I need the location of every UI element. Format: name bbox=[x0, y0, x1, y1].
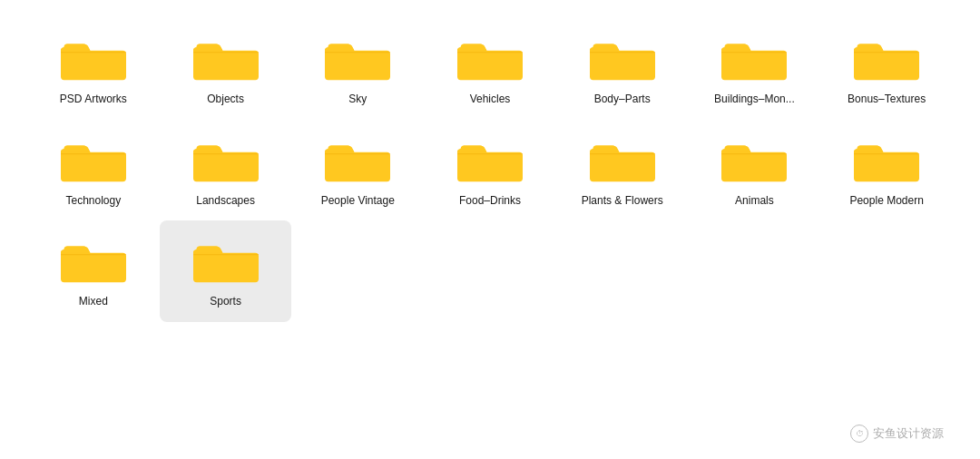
folder-item-vehicles[interactable]: Vehicles bbox=[424, 18, 556, 120]
folder-icon-mixed bbox=[61, 233, 126, 286]
folder-label-bonus-textures: Bonus–Textures bbox=[848, 93, 926, 107]
folder-label-people-vintage: People Vintage bbox=[321, 194, 395, 209]
watermark: ⏱ 安鱼设计资源 bbox=[850, 425, 944, 443]
folder-label-people-modern: People Modern bbox=[849, 194, 923, 209]
folder-item-people-modern[interactable]: People Modern bbox=[820, 120, 953, 221]
folder-item-food-drinks[interactable]: Food–Drinks bbox=[424, 120, 556, 221]
folder-item-technology[interactable]: Technology bbox=[27, 120, 160, 221]
folder-item-psd-artworks[interactable]: PSD Artworks bbox=[27, 18, 160, 120]
folder-item-sports[interactable]: Sports bbox=[160, 220, 292, 322]
watermark-text: 安鱼设计资源 bbox=[873, 425, 944, 442]
folder-item-sky[interactable]: Sky bbox=[291, 18, 424, 120]
folder-label-animals: Animals bbox=[735, 194, 774, 209]
folder-icon-food-drinks bbox=[457, 132, 523, 185]
folder-icon-body-parts bbox=[590, 31, 655, 83]
folder-item-plants-flowers[interactable]: Plants & Flowers bbox=[556, 120, 689, 221]
folder-item-animals[interactable]: Animals bbox=[689, 120, 821, 221]
folder-label-technology: Technology bbox=[65, 194, 121, 209]
folder-icon-vehicles bbox=[457, 31, 523, 83]
folder-item-landscapes[interactable]: Landscapes bbox=[160, 120, 292, 221]
folder-icon-technology bbox=[61, 132, 126, 185]
folder-label-sky: Sky bbox=[348, 93, 367, 107]
watermark-icon: ⏱ bbox=[850, 425, 868, 443]
folder-icon-people-modern bbox=[854, 132, 919, 185]
folder-icon-landscapes bbox=[193, 132, 259, 185]
folder-label-mixed: Mixed bbox=[79, 295, 108, 309]
folder-icon-buildings-mon bbox=[721, 31, 787, 83]
file-browser: PSD Artworks Objects Sky bbox=[0, 0, 980, 331]
folder-icon-sports bbox=[193, 233, 259, 286]
folder-label-buildings-mon: Buildings–Mon... bbox=[714, 93, 795, 107]
folder-label-vehicles: Vehicles bbox=[470, 93, 511, 107]
folder-icon-psd-artworks bbox=[61, 31, 126, 83]
folder-icon-bonus-textures bbox=[854, 31, 919, 83]
folder-label-sports: Sports bbox=[210, 295, 241, 309]
folder-label-landscapes: Landscapes bbox=[196, 194, 255, 209]
folder-label-objects: Objects bbox=[207, 93, 244, 107]
folder-icon-sky bbox=[325, 31, 390, 83]
folder-label-food-drinks: Food–Drinks bbox=[459, 194, 521, 209]
folder-item-people-vintage[interactable]: People Vintage bbox=[291, 120, 424, 221]
folder-icon-objects bbox=[193, 31, 259, 83]
folder-icon-people-vintage bbox=[325, 132, 390, 185]
folder-item-objects[interactable]: Objects bbox=[160, 18, 292, 120]
folder-icon-plants-flowers bbox=[590, 132, 655, 185]
folder-label-body-parts: Body–Parts bbox=[594, 93, 651, 107]
folder-label-psd-artworks: PSD Artworks bbox=[60, 93, 127, 107]
folder-label-plants-flowers: Plants & Flowers bbox=[582, 194, 663, 209]
folder-item-mixed[interactable]: Mixed bbox=[27, 220, 160, 322]
folders-grid: PSD Artworks Objects Sky bbox=[0, 0, 980, 331]
folder-item-body-parts[interactable]: Body–Parts bbox=[556, 18, 689, 120]
folder-item-buildings-mon[interactable]: Buildings–Mon... bbox=[689, 18, 821, 120]
folder-item-bonus-textures[interactable]: Bonus–Textures bbox=[820, 18, 953, 120]
folder-icon-animals bbox=[721, 132, 787, 185]
